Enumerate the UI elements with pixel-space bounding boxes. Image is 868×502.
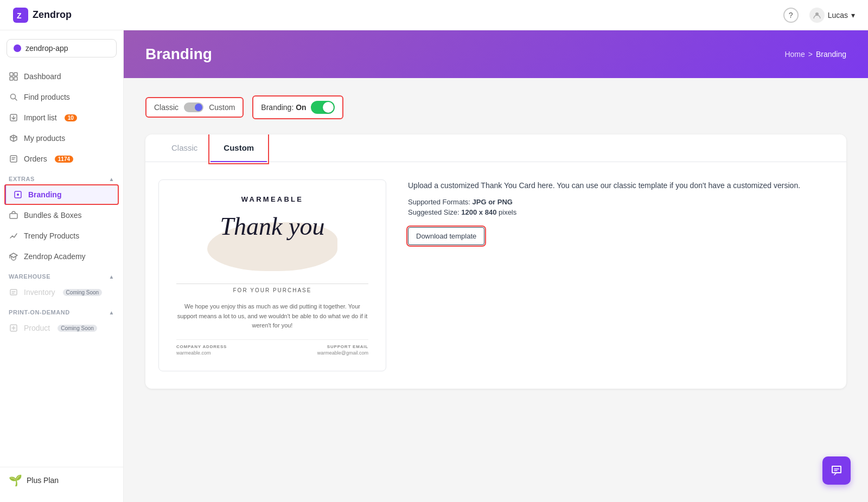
download-template-button[interactable]: Download template bbox=[408, 227, 484, 245]
tab-custom[interactable]: Custom bbox=[210, 134, 267, 162]
branding-card: Classic Custom WARMEABLE Thank you bbox=[145, 134, 846, 389]
sidebar-label-my-products: My products bbox=[24, 134, 65, 143]
page-header: Branding Home > Branding bbox=[124, 30, 868, 78]
ty-cursive-area: Thank you bbox=[191, 214, 354, 279]
sidebar-item-import-list[interactable]: Import list 10 bbox=[0, 107, 123, 128]
sidebar-item-inventory[interactable]: Inventory Coming Soon bbox=[0, 282, 123, 303]
warehouse-toggle[interactable]: ▲ bbox=[109, 274, 114, 280]
upload-formats: Supported Formats: JPG or PNG bbox=[408, 198, 833, 206]
ty-brand-name: WARMEABLE bbox=[176, 195, 368, 203]
extras-toggle[interactable]: ▲ bbox=[109, 176, 114, 182]
chat-fab-button[interactable] bbox=[822, 456, 851, 485]
sidebar-item-trendy[interactable]: Trendy Products bbox=[0, 226, 123, 246]
help-button[interactable]: ? bbox=[783, 8, 799, 23]
svg-rect-5 bbox=[10, 77, 13, 80]
plus-plan[interactable]: 🌱 Plus Plan bbox=[0, 467, 123, 493]
sidebar-label-trendy: Trendy Products bbox=[24, 231, 79, 240]
trendy-icon bbox=[9, 231, 18, 241]
plus-plan-icon: 🌱 bbox=[9, 474, 22, 487]
chat-icon bbox=[830, 464, 843, 477]
sidebar-label-bundles: Bundles & Boxes bbox=[24, 211, 82, 220]
sidebar-item-bundles[interactable]: Bundles & Boxes bbox=[0, 205, 123, 226]
app-selector[interactable]: zendrop-app bbox=[7, 39, 117, 57]
content-area: Branding Home > Branding Classic Custom … bbox=[124, 30, 868, 502]
user-chevron: ▾ bbox=[851, 11, 855, 20]
branding-toggle-switch[interactable] bbox=[311, 101, 335, 114]
breadcrumb: Home > Branding bbox=[784, 50, 846, 59]
top-navbar: Z Zendrop ? Lucas ▾ bbox=[0, 0, 868, 30]
breadcrumb-sep: > bbox=[808, 50, 813, 59]
sidebar-item-my-products[interactable]: My products bbox=[0, 128, 123, 149]
dashboard-icon bbox=[9, 72, 18, 81]
bundles-icon bbox=[9, 210, 18, 220]
toggle-row: Classic Custom Branding: On bbox=[145, 95, 846, 119]
academy-icon bbox=[9, 252, 18, 261]
sidebar-label-dashboard: Dashboard bbox=[24, 72, 61, 81]
import-badge: 10 bbox=[65, 114, 77, 121]
ty-company-col: COMPANY ADDRESS warmeable.com bbox=[176, 344, 227, 356]
product-coming-soon-badge: Coming Soon bbox=[58, 325, 97, 332]
user-menu[interactable]: Lucas ▾ bbox=[809, 8, 855, 23]
classic-label: Classic bbox=[154, 103, 178, 112]
sidebar-item-find-products[interactable]: Find products bbox=[0, 87, 123, 107]
svg-rect-6 bbox=[14, 77, 17, 80]
inventory-coming-soon-badge: Coming Soon bbox=[63, 289, 103, 296]
ty-thank-text: Thank you bbox=[220, 213, 325, 240]
app-name: zendrop-app bbox=[25, 44, 68, 53]
branding-icon bbox=[13, 190, 23, 199]
svg-rect-3 bbox=[10, 73, 13, 76]
sidebar-label-import-list: Import list bbox=[24, 113, 57, 122]
logo-text: Zendrop bbox=[33, 9, 72, 21]
page-body: Classic Custom Branding: On Clas bbox=[124, 78, 868, 502]
ty-body-text: We hope you enjoy this as much as we did… bbox=[176, 302, 368, 331]
search-icon bbox=[9, 92, 18, 102]
sidebar-label-find-products: Find products bbox=[24, 93, 70, 101]
sidebar-label-branding: Branding bbox=[28, 190, 61, 199]
svg-rect-13 bbox=[10, 289, 17, 295]
upload-size: Suggested Size: 1200 x 840 pixels bbox=[408, 208, 833, 216]
sidebar: zendrop-app Dashboard Find products Impo… bbox=[0, 30, 124, 502]
sidebar-item-academy[interactable]: Zendrop Academy bbox=[0, 246, 123, 267]
sidebar-item-dashboard[interactable]: Dashboard bbox=[0, 66, 123, 87]
card-content: WARMEABLE Thank you FOR YOUR PURCHASE We… bbox=[145, 162, 846, 389]
plus-plan-label: Plus Plan bbox=[27, 476, 59, 485]
user-name: Lucas bbox=[828, 11, 848, 20]
svg-rect-15 bbox=[832, 466, 841, 473]
ty-subtitle: FOR YOUR PURCHASE bbox=[176, 284, 368, 293]
branding-toggle-label: Branding: On bbox=[261, 103, 306, 112]
sidebar-label-orders: Orders bbox=[24, 155, 47, 163]
import-icon bbox=[9, 113, 18, 123]
sidebar-item-branding[interactable]: Branding bbox=[4, 184, 119, 205]
upload-description: Upload a customized Thank You Card here.… bbox=[408, 179, 833, 191]
svg-rect-12 bbox=[10, 214, 17, 218]
sidebar-item-product[interactable]: Product Coming Soon bbox=[0, 318, 123, 338]
extras-section: EXTRAS ▲ bbox=[0, 169, 123, 184]
tabs-row: Classic Custom bbox=[145, 134, 846, 162]
breadcrumb-home[interactable]: Home bbox=[784, 50, 805, 59]
user-avatar bbox=[809, 8, 825, 23]
ty-email-col: SUPPORT EMAIL warmeable@gmail.com bbox=[317, 344, 368, 356]
classic-custom-switch[interactable] bbox=[184, 102, 203, 112]
ty-you-text: you bbox=[289, 213, 324, 240]
thank-you-preview: WARMEABLE Thank you FOR YOUR PURCHASE We… bbox=[158, 179, 386, 371]
branding-on-text: On bbox=[296, 103, 306, 112]
main-layout: zendrop-app Dashboard Find products Impo… bbox=[0, 30, 868, 502]
sidebar-item-orders[interactable]: Orders 1174 bbox=[0, 149, 123, 169]
svg-rect-4 bbox=[14, 73, 17, 76]
pod-toggle[interactable]: ▲ bbox=[109, 310, 114, 316]
product-icon bbox=[9, 323, 18, 333]
sidebar-label-inventory: Inventory bbox=[24, 288, 55, 297]
orders-icon bbox=[9, 154, 18, 164]
svg-point-11 bbox=[17, 194, 19, 196]
pod-section: PRINT-ON-DEMAND ▲ bbox=[0, 303, 123, 318]
classic-custom-toggle[interactable]: Classic Custom bbox=[145, 97, 244, 118]
ty-footer: COMPANY ADDRESS warmeable.com SUPPORT EM… bbox=[176, 339, 368, 356]
svg-text:Z: Z bbox=[17, 11, 22, 20]
branding-toggle-box[interactable]: Branding: On bbox=[252, 95, 343, 119]
svg-rect-9 bbox=[10, 156, 17, 162]
breadcrumb-current: Branding bbox=[816, 50, 846, 59]
orders-badge: 1174 bbox=[55, 156, 73, 163]
top-nav-right: ? Lucas ▾ bbox=[783, 8, 855, 23]
sidebar-label-academy: Zendrop Academy bbox=[24, 252, 86, 261]
tab-classic[interactable]: Classic bbox=[158, 134, 210, 162]
